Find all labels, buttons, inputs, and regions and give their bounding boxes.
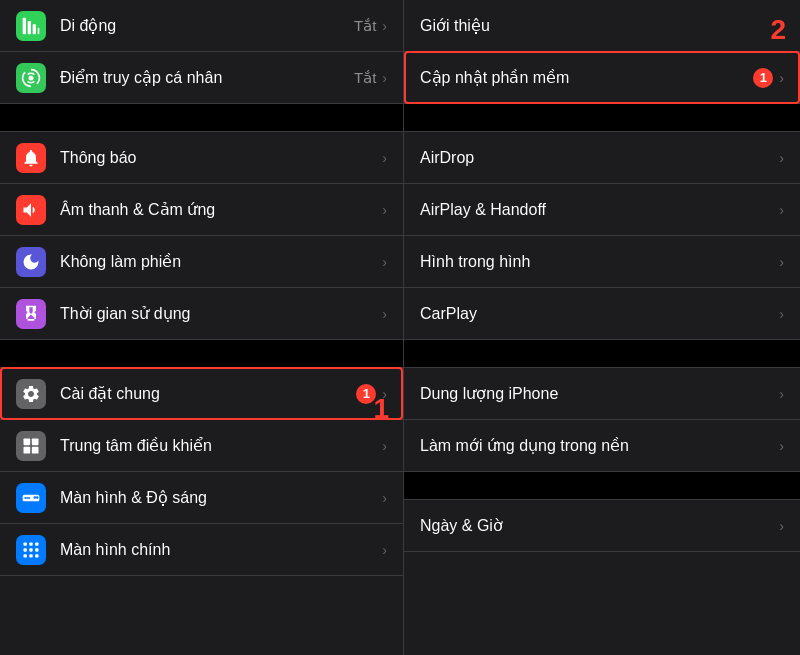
ngay-gio-label: Ngày & Giờ — [420, 516, 779, 535]
right-item-cap-nhat[interactable]: Cập nhật phần mềm 1 › — [404, 52, 800, 104]
thong-bao-chevron: › — [382, 150, 387, 166]
middle-section: Thông báo › Âm thanh & Cảm ứng › Không l… — [0, 132, 403, 340]
trung-tam-chevron: › — [382, 438, 387, 454]
sidebar-item-man-hinh-do-sang[interactable]: Màn hình & Độ sáng › — [0, 472, 403, 524]
sidebar-item-man-hinh-chinh[interactable]: Màn hình chính › — [0, 524, 403, 576]
right-item-airplay-handoff[interactable]: AirPlay & Handoff › — [404, 184, 800, 236]
thoi-gian-label: Thời gian sử dụng — [60, 304, 382, 323]
man-hinh-do-sang-label: Màn hình & Độ sáng — [60, 488, 382, 507]
svg-rect-13 — [29, 548, 32, 551]
man-hinh-chinh-chevron: › — [382, 542, 387, 558]
am-thanh-chevron: › — [382, 202, 387, 218]
man-hinh-do-sang-icon — [16, 483, 46, 513]
section-sep-1 — [0, 104, 403, 132]
svg-rect-11 — [35, 542, 38, 545]
sidebar-item-cai-dat-chung[interactable]: Cài đặt chung 1 › — [0, 368, 403, 420]
right-item-gioi-thieu[interactable]: Giới thiệu › — [404, 0, 800, 52]
svg-rect-9 — [24, 542, 27, 545]
khong-lam-phien-chevron: › — [382, 254, 387, 270]
right-sep-1 — [404, 104, 800, 132]
svg-rect-8 — [32, 446, 39, 453]
diem-truy-cap-chevron: › — [382, 70, 387, 86]
lam-moi-chevron: › — [779, 438, 784, 454]
dung-luong-chevron: › — [779, 386, 784, 402]
sidebar-item-diem-truy-cap[interactable]: Điểm truy cập cá nhân Tắt › — [0, 52, 403, 104]
sidebar-item-di-dong[interactable]: Di động Tắt › — [0, 0, 403, 52]
lam-moi-label: Làm mới ứng dụng trong nền — [420, 436, 779, 455]
svg-rect-16 — [29, 554, 32, 557]
thoi-gian-icon — [16, 299, 46, 329]
carplay-chevron: › — [779, 306, 784, 322]
sidebar-item-trung-tam[interactable]: Trung tâm điều khiển › — [0, 420, 403, 472]
step-1-label: 1 — [373, 393, 389, 425]
section-sep-2 — [0, 340, 403, 368]
airplay-handoff-chevron: › — [779, 202, 784, 218]
top-section: Di động Tắt › Điểm truy cập cá nhân Tắt … — [0, 0, 403, 104]
svg-rect-2 — [33, 24, 36, 34]
man-hinh-chinh-icon — [16, 535, 46, 565]
bottom-section: Cài đặt chung 1 › Trung tâm điều khiển ›… — [0, 368, 403, 576]
left-panel: Di động Tắt › Điểm truy cập cá nhân Tắt … — [0, 0, 404, 655]
man-hinh-do-sang-chevron: › — [382, 490, 387, 506]
khong-lam-phien-label: Không làm phiền — [60, 252, 382, 271]
svg-rect-0 — [23, 17, 26, 34]
svg-rect-7 — [24, 446, 31, 453]
svg-rect-3 — [38, 27, 40, 34]
hinh-trong-hinh-label: Hình trong hình — [420, 253, 779, 271]
airdrop-label: AirDrop — [420, 149, 779, 167]
di-dong-label: Di động — [60, 16, 354, 35]
cap-nhat-label: Cập nhật phần mềm — [420, 68, 753, 87]
cai-dat-chung-label: Cài đặt chung — [60, 384, 356, 403]
right-sep-3 — [404, 472, 800, 500]
svg-rect-5 — [24, 438, 31, 445]
dung-luong-label: Dung lượng iPhone — [420, 384, 779, 403]
cai-dat-chung-icon — [16, 379, 46, 409]
svg-point-4 — [29, 75, 34, 80]
thong-bao-icon — [16, 143, 46, 173]
right-item-ngay-gio[interactable]: Ngày & Giờ › — [404, 500, 800, 552]
step-2-label: 2 — [770, 14, 786, 46]
svg-rect-15 — [24, 554, 27, 557]
airdrop-chevron: › — [779, 150, 784, 166]
man-hinh-chinh-label: Màn hình chính — [60, 541, 382, 559]
cap-nhat-badge: 1 — [753, 68, 773, 88]
gioi-thieu-label: Giới thiệu — [420, 16, 779, 35]
cap-nhat-chevron: › — [779, 70, 784, 86]
trung-tam-icon — [16, 431, 46, 461]
right-sep-2 — [404, 340, 800, 368]
svg-rect-17 — [35, 554, 38, 557]
sidebar-item-khong-lam-phien[interactable]: Không làm phiền › — [0, 236, 403, 288]
diem-truy-cap-label: Điểm truy cập cá nhân — [60, 68, 354, 87]
right-panel: 2 Giới thiệu › Cập nhật phần mềm 1 › Air… — [404, 0, 800, 655]
svg-rect-12 — [24, 548, 27, 551]
airplay-handoff-label: AirPlay & Handoff — [420, 201, 779, 219]
di-dong-value: Tắt — [354, 17, 376, 35]
right-item-lam-moi[interactable]: Làm mới ứng dụng trong nền › — [404, 420, 800, 472]
svg-rect-14 — [35, 548, 38, 551]
svg-rect-1 — [28, 21, 31, 34]
di-dong-icon — [16, 11, 46, 41]
am-thanh-label: Âm thanh & Cảm ứng — [60, 200, 382, 219]
am-thanh-icon — [16, 195, 46, 225]
right-item-hinh-trong-hinh[interactable]: Hình trong hình › — [404, 236, 800, 288]
sidebar-item-thoi-gian[interactable]: Thời gian sử dụng › — [0, 288, 403, 340]
hinh-trong-hinh-chevron: › — [779, 254, 784, 270]
carplay-label: CarPlay — [420, 305, 779, 323]
sidebar-item-thong-bao[interactable]: Thông báo › — [0, 132, 403, 184]
sidebar-item-am-thanh[interactable]: Âm thanh & Cảm ứng › — [0, 184, 403, 236]
right-item-dung-luong[interactable]: Dung lượng iPhone › — [404, 368, 800, 420]
ngay-gio-chevron: › — [779, 518, 784, 534]
right-item-carplay[interactable]: CarPlay › — [404, 288, 800, 340]
khong-lam-phien-icon — [16, 247, 46, 277]
svg-rect-10 — [29, 542, 32, 545]
diem-truy-cap-icon — [16, 63, 46, 93]
thoi-gian-chevron: › — [382, 306, 387, 322]
di-dong-chevron: › — [382, 18, 387, 34]
diem-truy-cap-value: Tắt — [354, 69, 376, 87]
right-item-airdrop[interactable]: AirDrop › — [404, 132, 800, 184]
svg-rect-6 — [32, 438, 39, 445]
trung-tam-label: Trung tâm điều khiển — [60, 436, 382, 455]
thong-bao-label: Thông báo — [60, 149, 382, 167]
